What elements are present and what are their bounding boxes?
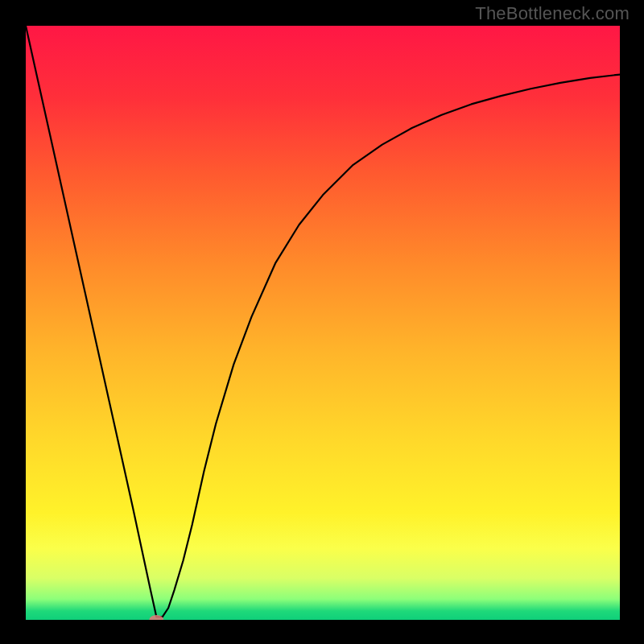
watermark-text: TheBottleneck.com: [475, 3, 630, 24]
chart-svg: [26, 26, 620, 620]
chart-frame: TheBottleneck.com: [0, 0, 644, 644]
gradient-background: [26, 26, 620, 620]
plot-area: [26, 26, 620, 620]
